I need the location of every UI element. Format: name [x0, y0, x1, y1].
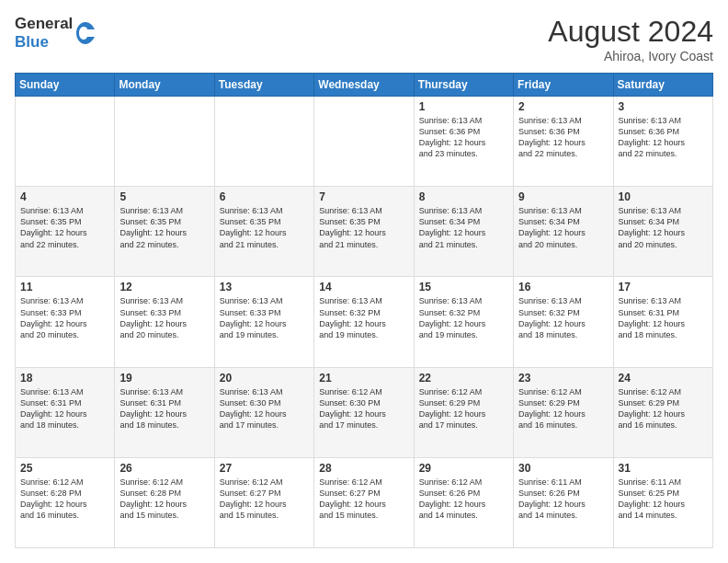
- day-header-monday: Monday: [115, 74, 214, 97]
- day-number: 21: [319, 372, 408, 385]
- logo-blue: Blue: [15, 33, 73, 52]
- day-number: 28: [319, 462, 408, 475]
- day-header-friday: Friday: [514, 74, 613, 97]
- calendar-cell: 28Sunrise: 6:12 AM Sunset: 6:27 PM Dayli…: [314, 457, 414, 547]
- calendar-cell: 15Sunrise: 6:13 AM Sunset: 6:32 PM Dayli…: [414, 277, 513, 367]
- day-number: 27: [220, 462, 309, 475]
- day-number: 2: [518, 100, 608, 113]
- calendar-cell: 2Sunrise: 6:13 AM Sunset: 6:36 PM Daylig…: [514, 97, 613, 187]
- calendar-cell: 12Sunrise: 6:13 AM Sunset: 6:33 PM Dayli…: [115, 277, 214, 367]
- title-block: August 2024 Ahiroa, Ivory Coast: [548, 15, 713, 63]
- day-number: 26: [119, 462, 209, 475]
- day-number: 24: [619, 372, 708, 385]
- calendar-cell: 19Sunrise: 6:13 AM Sunset: 6:31 PM Dayli…: [115, 367, 214, 457]
- day-info: Sunrise: 6:13 AM Sunset: 6:36 PM Dayligh…: [518, 115, 608, 160]
- day-info: Sunrise: 6:13 AM Sunset: 6:33 PM Dayligh…: [20, 295, 109, 340]
- calendar-cell: 3Sunrise: 6:13 AM Sunset: 6:36 PM Daylig…: [613, 97, 712, 187]
- calendar-cell: 16Sunrise: 6:13 AM Sunset: 6:32 PM Dayli…: [514, 277, 613, 367]
- day-header-sunday: Sunday: [16, 74, 115, 97]
- calendar-week-1: 1Sunrise: 6:13 AM Sunset: 6:36 PM Daylig…: [16, 97, 713, 187]
- day-info: Sunrise: 6:11 AM Sunset: 6:26 PM Dayligh…: [518, 477, 608, 522]
- day-number: 18: [20, 372, 109, 385]
- day-number: 12: [119, 281, 209, 293]
- day-number: 15: [419, 281, 508, 293]
- calendar-cell: 6Sunrise: 6:13 AM Sunset: 6:35 PM Daylig…: [214, 187, 313, 277]
- calendar-cell: 20Sunrise: 6:13 AM Sunset: 6:30 PM Dayli…: [214, 367, 313, 457]
- day-number: 7: [319, 190, 408, 203]
- day-number: 10: [619, 190, 708, 203]
- day-header-saturday: Saturday: [613, 74, 712, 97]
- day-info: Sunrise: 6:11 AM Sunset: 6:25 PM Dayligh…: [619, 477, 708, 522]
- day-header-wednesday: Wednesday: [314, 74, 414, 97]
- calendar-cell: 9Sunrise: 6:13 AM Sunset: 6:34 PM Daylig…: [514, 187, 613, 277]
- day-number: 22: [419, 372, 508, 385]
- day-info: Sunrise: 6:13 AM Sunset: 6:34 PM Dayligh…: [619, 205, 708, 250]
- day-info: Sunrise: 6:12 AM Sunset: 6:29 PM Dayligh…: [518, 386, 608, 431]
- logo-text: General Blue: [15, 15, 73, 52]
- page: General Blue August 2024 Ahiroa, Ivory C…: [0, 0, 728, 563]
- calendar-cell: 8Sunrise: 6:13 AM Sunset: 6:34 PM Daylig…: [414, 187, 513, 277]
- day-info: Sunrise: 6:12 AM Sunset: 6:27 PM Dayligh…: [319, 477, 408, 522]
- calendar-cell: 23Sunrise: 6:12 AM Sunset: 6:29 PM Dayli…: [514, 367, 613, 457]
- day-header-thursday: Thursday: [414, 74, 513, 97]
- calendar-table: SundayMondayTuesdayWednesdayThursdayFrid…: [15, 73, 713, 548]
- calendar-cell: 1Sunrise: 6:13 AM Sunset: 6:36 PM Daylig…: [414, 97, 513, 187]
- day-info: Sunrise: 6:13 AM Sunset: 6:32 PM Dayligh…: [518, 295, 608, 340]
- calendar-header-row: SundayMondayTuesdayWednesdayThursdayFrid…: [16, 74, 713, 97]
- calendar-cell: 24Sunrise: 6:12 AM Sunset: 6:29 PM Dayli…: [613, 367, 712, 457]
- day-number: 9: [518, 190, 608, 203]
- day-info: Sunrise: 6:13 AM Sunset: 6:35 PM Dayligh…: [119, 205, 209, 250]
- day-number: 23: [518, 372, 608, 385]
- day-number: 5: [119, 190, 209, 203]
- day-info: Sunrise: 6:12 AM Sunset: 6:28 PM Dayligh…: [20, 477, 109, 522]
- day-info: Sunrise: 6:12 AM Sunset: 6:26 PM Dayligh…: [419, 477, 508, 522]
- logo: General Blue: [15, 15, 97, 52]
- month-year: August 2024: [548, 15, 713, 49]
- calendar-cell: 10Sunrise: 6:13 AM Sunset: 6:34 PM Dayli…: [613, 187, 712, 277]
- day-number: 25: [20, 462, 109, 475]
- calendar-cell: 21Sunrise: 6:12 AM Sunset: 6:30 PM Dayli…: [314, 367, 414, 457]
- day-number: 8: [419, 190, 508, 203]
- day-number: 13: [220, 281, 309, 293]
- day-number: 11: [20, 281, 109, 293]
- header: General Blue August 2024 Ahiroa, Ivory C…: [15, 15, 713, 63]
- calendar-cell: [314, 97, 414, 187]
- day-info: Sunrise: 6:13 AM Sunset: 6:32 PM Dayligh…: [319, 295, 408, 340]
- calendar-cell: 14Sunrise: 6:13 AM Sunset: 6:32 PM Dayli…: [314, 277, 414, 367]
- day-header-tuesday: Tuesday: [214, 74, 313, 97]
- calendar-cell: 7Sunrise: 6:13 AM Sunset: 6:35 PM Daylig…: [314, 187, 414, 277]
- day-info: Sunrise: 6:13 AM Sunset: 6:34 PM Dayligh…: [419, 205, 508, 250]
- day-info: Sunrise: 6:13 AM Sunset: 6:36 PM Dayligh…: [619, 115, 708, 160]
- calendar-cell: 27Sunrise: 6:12 AM Sunset: 6:27 PM Dayli…: [214, 457, 313, 547]
- calendar-week-5: 25Sunrise: 6:12 AM Sunset: 6:28 PM Dayli…: [16, 457, 713, 547]
- calendar-cell: 30Sunrise: 6:11 AM Sunset: 6:26 PM Dayli…: [514, 457, 613, 547]
- day-info: Sunrise: 6:13 AM Sunset: 6:36 PM Dayligh…: [419, 115, 508, 160]
- day-number: 6: [220, 190, 309, 203]
- calendar-cell: [16, 97, 115, 187]
- calendar-cell: 26Sunrise: 6:12 AM Sunset: 6:28 PM Dayli…: [115, 457, 214, 547]
- day-number: 30: [518, 462, 608, 475]
- day-info: Sunrise: 6:12 AM Sunset: 6:29 PM Dayligh…: [419, 386, 508, 431]
- day-info: Sunrise: 6:12 AM Sunset: 6:30 PM Dayligh…: [319, 386, 408, 431]
- calendar-cell: 29Sunrise: 6:12 AM Sunset: 6:26 PM Dayli…: [414, 457, 513, 547]
- day-info: Sunrise: 6:12 AM Sunset: 6:28 PM Dayligh…: [119, 477, 209, 522]
- calendar-cell: 11Sunrise: 6:13 AM Sunset: 6:33 PM Dayli…: [16, 277, 115, 367]
- calendar-cell: 17Sunrise: 6:13 AM Sunset: 6:31 PM Dayli…: [613, 277, 712, 367]
- calendar-cell: 13Sunrise: 6:13 AM Sunset: 6:33 PM Dayli…: [214, 277, 313, 367]
- day-info: Sunrise: 6:13 AM Sunset: 6:31 PM Dayligh…: [20, 386, 109, 431]
- day-info: Sunrise: 6:13 AM Sunset: 6:35 PM Dayligh…: [220, 205, 309, 250]
- calendar-cell: [115, 97, 214, 187]
- day-info: Sunrise: 6:13 AM Sunset: 6:34 PM Dayligh…: [518, 205, 608, 250]
- calendar-week-4: 18Sunrise: 6:13 AM Sunset: 6:31 PM Dayli…: [16, 367, 713, 457]
- day-number: 1: [419, 100, 508, 113]
- logo-icon: [74, 20, 97, 46]
- day-number: 16: [518, 281, 608, 293]
- calendar-cell: [214, 97, 313, 187]
- day-info: Sunrise: 6:13 AM Sunset: 6:33 PM Dayligh…: [119, 295, 209, 340]
- day-number: 17: [619, 281, 708, 293]
- day-number: 20: [220, 372, 309, 385]
- day-info: Sunrise: 6:13 AM Sunset: 6:31 PM Dayligh…: [119, 386, 209, 431]
- day-number: 4: [20, 190, 109, 203]
- logo-general: General: [15, 15, 73, 33]
- location: Ahiroa, Ivory Coast: [548, 49, 713, 63]
